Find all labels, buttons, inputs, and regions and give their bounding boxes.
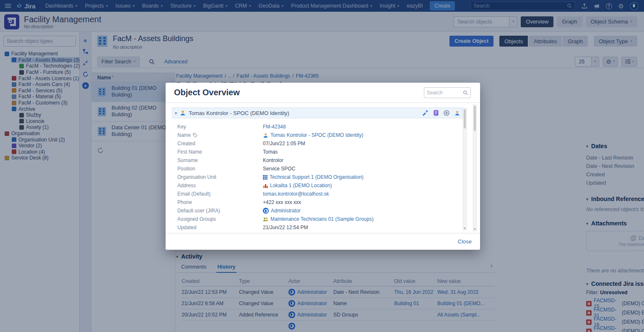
org-unit-icon [263, 175, 267, 180]
field-row-default-user: Default user (JIRA) Administrator [166, 207, 469, 215]
search-icon [463, 90, 468, 95]
close-button[interactable]: Close [458, 238, 472, 245]
chevron-down-icon: ▾ [175, 111, 177, 115]
scrollbar-thumb[interactable] [464, 109, 466, 128]
field-row-key: Key FM-42348 [166, 123, 469, 131]
field-label: Default user (JIRA) [166, 208, 263, 214]
default-user-link[interactable]: Administrator [263, 208, 301, 214]
modal-title: Object Overview [174, 88, 240, 97]
label-tag-icon [193, 133, 197, 138]
field-row-created: Created 07/Jun/22 1:05 PM [166, 139, 469, 148]
field-value: 07/Jun/22 1:05 PM [263, 141, 305, 146]
graph-icon[interactable] [444, 110, 449, 116]
field-label: Surname [166, 157, 263, 163]
person-icon [263, 133, 268, 138]
modal-body: ▾ Tomas Kontrolor - SPOC (DEMO Identity)… [166, 103, 469, 233]
field-label: First Name [166, 149, 263, 155]
field-label: Address [166, 183, 263, 188]
field-row-organisation-unit: Organisation Unit Technical Support 1 (D… [166, 173, 469, 181]
organisation-unit-link[interactable]: Technical Support 1 (DEMO Organisation) [263, 174, 364, 180]
object-key-link[interactable]: FM-42348 [263, 124, 286, 130]
address-link[interactable]: Lokalita 1 (DEMO Location) [263, 183, 332, 188]
field-label: Updated [166, 225, 263, 230]
modal-inner-scrollbar[interactable]: ▼ [463, 108, 467, 230]
email-link[interactable]: tomas.kontrolor@localhost.sk [263, 191, 329, 197]
jira-glance-icon[interactable] [422, 110, 428, 116]
field-row-email: Email (Default) tomas.kontrolor@localhos… [166, 190, 469, 198]
location-icon [263, 183, 268, 188]
field-label: Email (Default) [166, 191, 263, 197]
assigned-groups-link[interactable]: Maintenance Technicians 01 (Sample Group… [263, 216, 374, 222]
field-label: Name [177, 132, 191, 138]
object-overview-modal: Object Overview ▾ Tomas Kontrolor - SPOC… [166, 83, 480, 250]
person-icon [180, 110, 186, 116]
modal-search-input[interactable] [427, 90, 463, 96]
field-row-assigned-groups: Assigned Groups Maintenance Technicians … [166, 215, 469, 223]
field-label: Position [166, 166, 263, 172]
field-row-updated: Updated 21/Jun/22 12:54 PM [166, 223, 469, 232]
field-row-position: Position Service SPOC [166, 165, 469, 173]
object-header-row[interactable]: ▾ Tomas Kontrolor - SPOC (DEMO Identity) [171, 107, 463, 118]
field-label: Created [166, 141, 263, 146]
field-row-phone: Phone +422 xxx xxx xxx [166, 198, 469, 207]
field-label: Phone [166, 199, 263, 205]
field-row-first-name: First Name Tomas [166, 148, 469, 156]
field-value: +422 xxx xxx xxx [263, 199, 301, 205]
field-value: Service SPOC [263, 166, 295, 172]
field-value: 21/Jun/22 12:54 PM [263, 225, 308, 230]
name-link[interactable]: Tomas Kontrolor - SPOC (DEMO Identity) [263, 132, 363, 138]
scrollbar-thumb[interactable] [474, 106, 476, 131]
field-value: Kontrolor [263, 157, 283, 163]
scroll-down-icon[interactable]: ▼ [463, 227, 466, 230]
field-row-address: Address Lokalita 1 (DEMO Location) [166, 181, 469, 190]
scroll-down-icon[interactable]: ▼ [473, 228, 476, 230]
field-value: Tomas [263, 149, 278, 155]
field-label: Key [166, 124, 263, 130]
person-icon[interactable] [454, 110, 460, 116]
field-label: Assigned Groups [166, 216, 263, 222]
group-icon [263, 217, 268, 222]
object-header-name: Tomas Kontrolor - SPOC (DEMO Identity) [189, 110, 289, 116]
document-icon[interactable] [434, 110, 439, 116]
object-fields: Key FM-42348 Name Tomas Kontrolor - SPOC… [166, 123, 469, 232]
modal-outer-scrollbar[interactable]: ▼ [473, 105, 477, 231]
field-row-name: Name Tomas Kontrolor - SPOC (DEMO Identi… [166, 131, 469, 139]
field-row-surname: Surname Kontrolor [166, 156, 469, 165]
modal-search [424, 87, 471, 98]
field-label: Organisation Unit [166, 174, 263, 180]
administrator-avatar [263, 208, 269, 214]
